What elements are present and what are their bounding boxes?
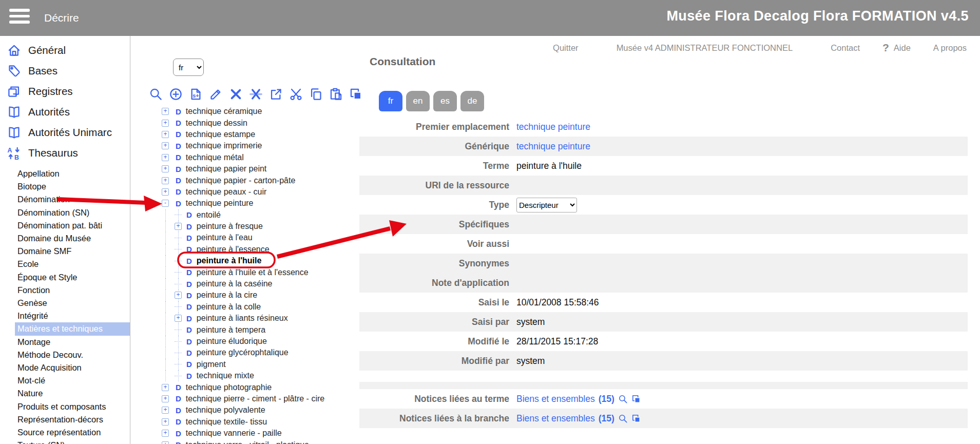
tree-node-technique-ceramique[interactable]: +Dtechnique céramique bbox=[130, 106, 362, 117]
expand-toggle-icon[interactable]: + bbox=[175, 223, 182, 230]
tree-node-technique-polyvalente[interactable]: +Dtechnique polyvalente bbox=[130, 404, 362, 416]
thesaurus-item-produits-et-composants[interactable]: Produits et composants bbox=[0, 400, 130, 413]
tree-node-technique-papier-carton-pate[interactable]: +Dtechnique papier - carton-pâte bbox=[130, 175, 362, 186]
thesaurus-item-domaine-smf[interactable]: Domaine SMF bbox=[0, 245, 130, 258]
expand-toggle-icon[interactable]: + bbox=[162, 120, 169, 127]
search-icon[interactable] bbox=[149, 87, 163, 101]
type-select[interactable]: Descripteur bbox=[516, 198, 577, 213]
tree-node-technique-imprimerie[interactable]: +Dtechnique imprimerie bbox=[130, 140, 362, 151]
search-icon[interactable] bbox=[618, 414, 628, 423]
expand-toggle-icon[interactable]: + bbox=[175, 292, 182, 299]
tree-node-technique-estampe[interactable]: +Dtechnique estampe bbox=[130, 129, 362, 140]
tree-node-technique-vannerie-paille[interactable]: +Dtechnique vannerie - paille bbox=[130, 428, 362, 439]
thesaurus-item-domaine-du-musee[interactable]: Domaine du Musée bbox=[0, 232, 130, 245]
sidebar-item-autorites-unimarc[interactable]: Autorités Unimarc bbox=[0, 122, 130, 143]
tree-node-peinture-a-liants-resineux[interactable]: +Dpeinture à liants résineux bbox=[130, 313, 362, 324]
expand-toggle-icon[interactable]: + bbox=[162, 154, 169, 161]
tree-node-technique-metal[interactable]: +Dtechnique métal bbox=[130, 152, 362, 163]
tree-node-technique-papier-peint[interactable]: +Dtechnique papier peint bbox=[130, 163, 362, 175]
thesaurus-item-denomination-sn[interactable]: Dénomination (SN) bbox=[0, 206, 130, 219]
tree-node-technique-dessin[interactable]: +Dtechnique dessin bbox=[130, 117, 362, 128]
tree-node-technique-verre-vitrail-plastique[interactable]: +Dtechnique verre - vitrail - plastique bbox=[130, 439, 362, 444]
open-record-icon[interactable] bbox=[631, 414, 641, 423]
thesaurus-item-mot-cle[interactable]: Mot-clé bbox=[0, 374, 130, 387]
tree-node-technique-peinture[interactable]: -Dtechnique peinture bbox=[130, 198, 362, 209]
thesaurus-item-representation-decors[interactable]: Représentation-décors bbox=[0, 413, 130, 426]
thesaurus-item-methode-decouv[interactable]: Méthode Decouv. bbox=[0, 349, 130, 361]
cut-scissors-icon[interactable] bbox=[289, 87, 303, 101]
thesaurus-item-denomination-pat-bati[interactable]: Dénomination pat. bâti bbox=[0, 219, 130, 232]
tree-node-peinture-eludorique[interactable]: Dpeinture éludorique bbox=[130, 336, 362, 347]
tab-lang-en[interactable]: en bbox=[406, 91, 430, 111]
tree-node-technique-textile-tissu[interactable]: +Dtechnique textile- tissu bbox=[130, 416, 362, 428]
tree-node-peinture-glycerophtalique[interactable]: Dpeinture glycérophtalique bbox=[130, 347, 362, 358]
expand-toggle-icon[interactable]: + bbox=[162, 418, 169, 426]
thesaurus-item-genese[interactable]: Genèse bbox=[0, 297, 130, 310]
tree-node-peinture-a-l-huile-et-a-l-essence[interactable]: Dpeinture à l'huile et à l'essence bbox=[130, 266, 362, 278]
delete-branch-icon[interactable] bbox=[249, 87, 263, 101]
notices-count[interactable]: (15) bbox=[599, 394, 614, 404]
sidebar-item-registres[interactable]: Registres bbox=[0, 81, 130, 102]
tree-node-technique-mixte[interactable]: Dtechnique mixte bbox=[130, 370, 362, 381]
tree-node-peinture-a-la-cire[interactable]: +Dpeinture à la cire bbox=[130, 289, 362, 301]
tree-node-peinture-a-la-caseine[interactable]: Dpeinture à la caséine bbox=[130, 278, 362, 289]
tree-node-technique-photographie[interactable]: +Dtechnique photographie bbox=[130, 381, 362, 393]
thesaurus-item-denomination[interactable]: Dénomination bbox=[0, 193, 130, 206]
tree-node-peinture-a-l-eau[interactable]: Dpeinture à l'eau bbox=[130, 232, 362, 243]
field-link[interactable]: technique peinture bbox=[516, 141, 590, 152]
expand-toggle-icon[interactable]: + bbox=[162, 395, 169, 402]
expand-toggle-icon[interactable]: + bbox=[162, 384, 169, 391]
thesaurus-item-texture-sn[interactable]: Texture (SN) bbox=[0, 439, 130, 444]
thesaurus-item-ecole[interactable]: Ecole bbox=[0, 258, 130, 271]
notices-link[interactable]: Biens et ensembles bbox=[516, 413, 595, 424]
tab-lang-es[interactable]: es bbox=[433, 91, 457, 111]
notices-link[interactable]: Biens et ensembles bbox=[516, 394, 595, 404]
expand-toggle-icon[interactable]: + bbox=[162, 108, 169, 115]
thesaurus-item-appellation[interactable]: Appellation bbox=[0, 167, 130, 180]
expand-toggle-icon[interactable]: + bbox=[162, 165, 169, 172]
tree-node-peinture-a-l-essence[interactable]: Dpeinture à l'essence bbox=[130, 244, 362, 255]
thesaurus-item-nature[interactable]: Nature bbox=[0, 387, 130, 400]
notices-count[interactable]: (15) bbox=[599, 413, 614, 424]
delete-x-icon[interactable] bbox=[229, 87, 243, 101]
expand-toggle-icon[interactable]: + bbox=[162, 407, 169, 414]
thesaurus-item-matieres-et-techniques[interactable]: Matières et techniques bbox=[15, 322, 130, 335]
paste-icon[interactable] bbox=[329, 87, 343, 101]
add-circle-icon[interactable] bbox=[169, 87, 183, 101]
expand-toggle-icon[interactable]: + bbox=[162, 142, 169, 149]
tab-lang-de[interactable]: de bbox=[460, 91, 484, 111]
tree-node-peinture-a-la-colle[interactable]: Dpeinture à la colle bbox=[130, 301, 362, 313]
tab-lang-fr[interactable]: fr bbox=[379, 91, 402, 111]
expand-toggle-icon[interactable]: + bbox=[162, 177, 169, 184]
refresh-icon[interactable] bbox=[150, 61, 164, 74]
expand-toggle-icon[interactable]: + bbox=[162, 441, 169, 444]
tree-node-technique-pierre-ciment-platre-cire[interactable]: +Dtechnique pierre - ciment - plâtre - c… bbox=[130, 393, 362, 404]
expand-toggle-icon[interactable]: + bbox=[175, 315, 182, 322]
field-link[interactable]: technique peinture bbox=[516, 122, 590, 132]
edit-pencil-icon[interactable] bbox=[209, 87, 223, 101]
tree-node-entoile[interactable]: Dentoilé bbox=[130, 209, 362, 221]
thesaurus-item-montage[interactable]: Montage bbox=[0, 336, 130, 349]
thesaurus-item-epoque-et-style[interactable]: Époque et Style bbox=[0, 271, 130, 284]
copy-icon[interactable] bbox=[309, 87, 323, 101]
thesaurus-item-biotope[interactable]: Biotope bbox=[0, 180, 130, 193]
thesaurus-item-integrite[interactable]: Intégrité bbox=[0, 310, 130, 322]
search-icon[interactable] bbox=[618, 394, 628, 404]
sidebar-item-general[interactable]: Général bbox=[0, 40, 130, 61]
language-select[interactable]: fr bbox=[173, 59, 204, 76]
hamburger-menu-icon[interactable] bbox=[9, 9, 31, 24]
tree-node-peinture-a-tempera[interactable]: Dpeinture à tempera bbox=[130, 324, 362, 335]
sidebar-item-thesaurus[interactable]: ABThesaurus bbox=[0, 143, 130, 163]
collapse-toggle-icon[interactable]: - bbox=[162, 200, 169, 207]
open-record-icon[interactable] bbox=[631, 394, 641, 404]
thesaurus-item-source-representation[interactable]: Source représentation bbox=[0, 426, 130, 439]
tree-node-pigment[interactable]: Dpigment bbox=[130, 359, 362, 370]
open-external-icon[interactable] bbox=[269, 87, 283, 101]
expand-toggle-icon[interactable]: + bbox=[162, 188, 169, 196]
tree-node-peinture-a-l-huile[interactable]: Dpeinture à l'huile bbox=[130, 255, 362, 266]
tree-node-peinture-a-fresque[interactable]: +Dpeinture à fresque bbox=[130, 221, 362, 232]
add-synonym-icon[interactable]: s+ bbox=[189, 87, 203, 101]
expand-toggle-icon[interactable]: + bbox=[162, 430, 169, 437]
expand-toggle-icon[interactable]: + bbox=[162, 131, 169, 138]
sidebar-item-bases[interactable]: Bases bbox=[0, 61, 130, 81]
